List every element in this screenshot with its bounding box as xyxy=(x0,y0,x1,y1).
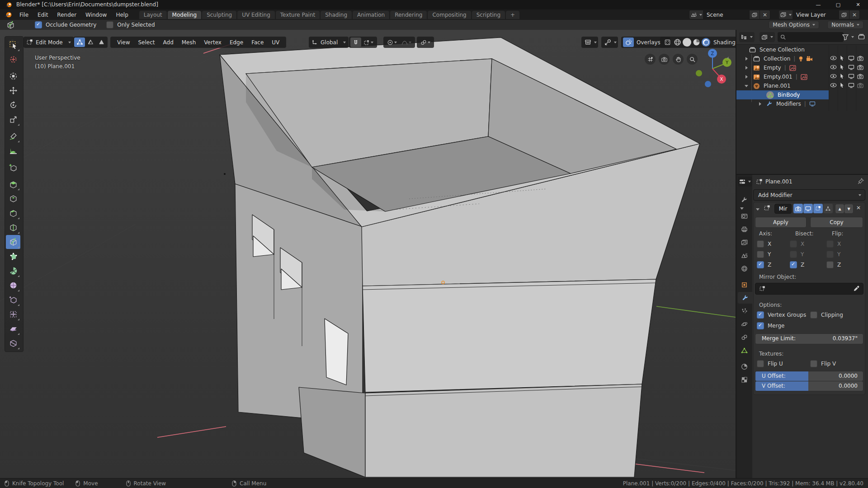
merge-limit-slider[interactable]: Merge Limit: 0.03937" xyxy=(755,333,863,344)
axis-z-checkbox[interactable]: Z xyxy=(757,261,771,268)
render-disable-icon[interactable] xyxy=(857,56,863,61)
properties-editor-type-dropdown[interactable] xyxy=(738,177,752,187)
outliner-search-input[interactable] xyxy=(778,32,844,42)
gizmo-z-neg[interactable] xyxy=(705,81,711,87)
selectable-icon[interactable] xyxy=(840,73,844,79)
tab-render[interactable] xyxy=(736,210,752,222)
menu-add[interactable]: Add xyxy=(159,39,178,46)
view-layer-name[interactable]: View Layer xyxy=(793,10,839,19)
face-select-mode-button[interactable] xyxy=(96,38,107,47)
menu-render[interactable]: Render xyxy=(52,9,81,20)
outliner-row-binbody[interactable]: BinBody xyxy=(736,90,829,99)
gizmos-dropdown[interactable] xyxy=(601,37,618,48)
menu-window[interactable]: Window xyxy=(81,9,111,20)
modifier-expand-arrow[interactable] xyxy=(756,206,760,212)
menu-edit[interactable]: Edit xyxy=(33,9,52,20)
tool-extrude-region[interactable] xyxy=(6,177,20,191)
tab-tool[interactable] xyxy=(736,194,752,206)
unlink-scene-icon[interactable]: ✕ xyxy=(760,10,770,19)
edge-select-mode-button[interactable] xyxy=(85,38,96,47)
tab-object-data[interactable] xyxy=(736,344,752,356)
flip-v-checkbox[interactable]: Flip V xyxy=(810,360,836,367)
tab-scripting[interactable]: Scripting xyxy=(472,11,505,19)
grid-ortho-toggle[interactable] xyxy=(645,54,656,65)
viewport-disable-icon[interactable] xyxy=(848,56,854,61)
u-offset-slider[interactable]: U Offset: 0.0000 xyxy=(755,371,863,381)
tool-rotate[interactable] xyxy=(6,98,20,112)
modifier-editmode-toggle[interactable] xyxy=(813,204,823,213)
render-disable-icon[interactable] xyxy=(857,83,863,88)
view-layer-selector[interactable]: View Layer ✕ xyxy=(778,10,860,19)
only-selected-checkbox[interactable] xyxy=(106,21,113,28)
bisect-z-checkbox[interactable]: Z xyxy=(790,261,804,268)
menu-select[interactable]: Select xyxy=(134,39,159,46)
mesh-options-dropdown[interactable]: Mesh Options xyxy=(769,21,819,29)
apply-button[interactable]: Apply xyxy=(755,217,807,228)
axis-x-checkbox[interactable]: X xyxy=(757,240,771,248)
menu-vertex[interactable]: Vertex xyxy=(200,39,226,46)
copy-view-layer-icon[interactable] xyxy=(839,10,849,19)
add-modifier-dropdown[interactable]: Add Modifier xyxy=(753,189,865,201)
tab-view-layer[interactable] xyxy=(736,236,752,248)
modifier-move-down-button[interactable]: ▼ xyxy=(844,204,854,214)
close-button[interactable]: ✕ xyxy=(848,0,868,9)
solid-shading-button[interactable] xyxy=(683,38,691,47)
viewport-disable-icon[interactable] xyxy=(848,74,854,79)
outliner-row-modifiers[interactable]: Modifiers | xyxy=(736,99,868,108)
menu-mesh[interactable]: Mesh xyxy=(178,39,200,46)
modifier-move-up-button[interactable]: ▲ xyxy=(835,204,844,214)
transform-orientation-dropdown[interactable]: Global xyxy=(309,37,349,48)
viewport-disable-icon[interactable] xyxy=(848,83,854,88)
tab-sculpting[interactable]: Sculpting xyxy=(202,11,236,19)
tool-shear[interactable] xyxy=(6,322,20,336)
tool-loop-cut[interactable] xyxy=(6,221,20,235)
vertex-select-mode-button[interactable] xyxy=(74,38,85,47)
rendered-shading-button[interactable] xyxy=(702,38,710,47)
vertex-groups-checkbox[interactable]: Vertex Groups xyxy=(757,311,806,319)
camera-view-button[interactable] xyxy=(659,54,670,65)
modifier-realtime-toggle[interactable] xyxy=(803,204,813,213)
hide-eye-icon[interactable] xyxy=(830,56,837,61)
blender-menu-icon[interactable] xyxy=(5,11,12,19)
maximize-button[interactable]: ▢ xyxy=(828,0,848,9)
selectable-icon[interactable] xyxy=(840,64,844,70)
tab-rendering[interactable]: Rendering xyxy=(390,11,427,19)
sidebar-collapse-arrow[interactable]: ‹ xyxy=(727,54,729,61)
modifier-expand-arrow[interactable] xyxy=(740,207,744,210)
tool-edge-slide[interactable] xyxy=(6,293,20,307)
tab-animation[interactable]: Animation xyxy=(353,11,389,19)
tool-shrink-fatten[interactable] xyxy=(6,307,20,321)
viewport-3d[interactable]: User Perspective (10) Plane.001 Edit Mod… xyxy=(0,30,736,478)
modifier-render-toggle[interactable] xyxy=(793,204,803,213)
tool-scale[interactable] xyxy=(6,113,20,127)
scene-name[interactable]: Scene xyxy=(703,10,749,19)
minimize-button[interactable]: — xyxy=(808,0,828,9)
outliner-row-scene-collection[interactable]: Scene Collection xyxy=(736,45,868,54)
menu-file[interactable]: File xyxy=(15,9,33,20)
mirror-object-field[interactable] xyxy=(755,283,863,295)
v-offset-slider[interactable]: V Offset: 0.0000 xyxy=(755,381,863,391)
active-tool-knife-icon[interactable] xyxy=(6,21,15,29)
proportional-falloff-dropdown[interactable] xyxy=(399,38,414,47)
tool-knife[interactable] xyxy=(6,235,20,249)
copy-button[interactable]: Copy xyxy=(810,217,863,228)
outliner-editor-type-dropdown[interactable] xyxy=(739,32,755,42)
tab-layout[interactable]: Layout xyxy=(139,11,167,19)
transform-pivot-dropdown[interactable] xyxy=(417,37,434,48)
occlude-geometry-checkbox[interactable] xyxy=(35,21,42,28)
copy-scene-icon[interactable] xyxy=(749,10,760,19)
remove-view-layer-icon[interactable]: ✕ xyxy=(849,10,859,19)
tab-modifiers[interactable] xyxy=(738,292,752,304)
viewport-disable-icon[interactable] xyxy=(848,65,854,70)
proportional-editing-toggle[interactable] xyxy=(385,38,399,47)
tab-shading[interactable]: Shading xyxy=(321,11,352,19)
tab-object[interactable] xyxy=(736,279,752,291)
wireframe-shading-button[interactable] xyxy=(673,38,682,47)
tool-inset-faces[interactable] xyxy=(6,192,20,206)
tool-measure[interactable] xyxy=(6,144,20,158)
selectable-icon[interactable] xyxy=(840,82,844,88)
eyedropper-icon[interactable] xyxy=(854,286,859,291)
add-workspace-button[interactable]: + xyxy=(506,11,519,19)
modifier-name-field[interactable]: Mir xyxy=(774,204,792,214)
view-layer-icon[interactable] xyxy=(779,10,793,19)
